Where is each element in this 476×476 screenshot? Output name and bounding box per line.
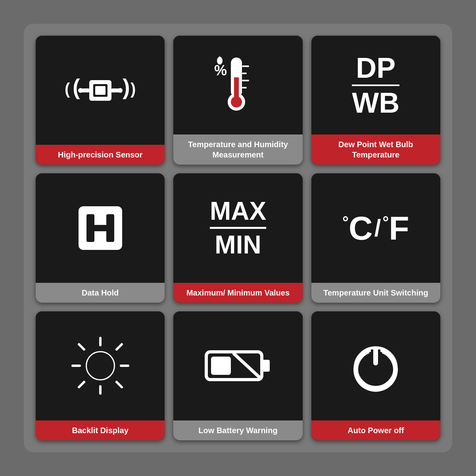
svg-text:(: ( bbox=[73, 74, 80, 99]
svg-rect-17 bbox=[242, 80, 249, 81]
svg-point-6 bbox=[118, 88, 123, 93]
feature-grid: ( ( ) ) High-pre bbox=[36, 36, 440, 440]
icon-area-maxmin: MAX MIN bbox=[173, 173, 302, 282]
card-temp-unit: ° C / ° F Temperature Unit Switching bbox=[311, 173, 440, 302]
hold-icon bbox=[73, 200, 128, 256]
label-temp-humidity: Temperature and Humidity Measurement bbox=[173, 134, 302, 165]
backlit-icon bbox=[69, 334, 132, 397]
svg-point-4 bbox=[78, 88, 83, 93]
card-high-precision-sensor: ( ( ) ) High-pre bbox=[36, 36, 165, 165]
icon-area-power bbox=[311, 311, 440, 420]
dpwb-text: DP WB bbox=[352, 54, 399, 117]
label-dew-point: Dew Point Wet Bulb Temperature bbox=[311, 134, 440, 165]
icon-area-cf: ° C / ° F bbox=[311, 173, 440, 282]
svg-line-33 bbox=[79, 382, 84, 387]
icon-area-backlit bbox=[36, 311, 165, 420]
icon-area-dpwb: DP WB bbox=[311, 36, 440, 134]
card-temp-humidity: % Temperature and Humidity Measurement bbox=[173, 36, 302, 165]
svg-rect-15 bbox=[242, 65, 249, 67]
svg-line-31 bbox=[117, 382, 122, 387]
outer-panel: ( ( ) ) High-pre bbox=[24, 24, 452, 452]
icon-area-battery bbox=[173, 311, 302, 420]
svg-rect-37 bbox=[262, 360, 270, 372]
maxmin-text: MAX MIN bbox=[210, 198, 266, 257]
svg-line-32 bbox=[117, 344, 122, 349]
card-max-min: MAX MIN Maximum/ Minimum Values bbox=[173, 173, 302, 302]
card-dew-point: DP WB Dew Point Wet Bulb Temperature bbox=[311, 36, 440, 165]
svg-rect-18 bbox=[242, 87, 247, 88]
icon-area-thermometer: % bbox=[173, 36, 302, 134]
power-icon bbox=[348, 336, 403, 395]
svg-text:%: % bbox=[214, 62, 227, 79]
label-data-hold: Data Hold bbox=[36, 283, 165, 303]
card-backlit: Backlit Display bbox=[36, 311, 165, 440]
card-auto-power: Auto Power off bbox=[311, 311, 440, 440]
label-backlit: Backlit Display bbox=[36, 420, 165, 440]
svg-text:): ) bbox=[131, 80, 136, 98]
svg-text:): ) bbox=[123, 74, 130, 99]
label-auto-power: Auto Power off bbox=[311, 420, 440, 440]
icon-area-hold bbox=[36, 173, 165, 282]
label-high-precision-sensor: High-precision Sensor bbox=[36, 145, 165, 165]
cf-icon: ° C / ° F bbox=[342, 211, 409, 245]
svg-rect-10 bbox=[95, 86, 106, 95]
svg-point-14 bbox=[231, 96, 242, 107]
svg-rect-25 bbox=[86, 225, 114, 231]
svg-rect-38 bbox=[211, 357, 231, 375]
label-temp-unit: Temperature Unit Switching bbox=[311, 283, 440, 303]
label-max-min: Maximum/ Minimum Values bbox=[173, 283, 302, 303]
thermometer-icon: % bbox=[206, 54, 270, 117]
svg-point-35 bbox=[87, 352, 114, 379]
card-data-hold: Data Hold bbox=[36, 173, 165, 302]
sensor-icon: ( ( ) ) bbox=[61, 63, 140, 118]
svg-line-39 bbox=[234, 354, 260, 378]
svg-rect-16 bbox=[242, 73, 247, 74]
svg-line-30 bbox=[79, 344, 84, 349]
icon-area-sensor: ( ( ) ) bbox=[36, 36, 165, 145]
card-low-battery: Low Battery Warning bbox=[173, 311, 302, 440]
svg-text:(: ( bbox=[65, 80, 70, 98]
battery-icon bbox=[202, 342, 274, 390]
label-low-battery: Low Battery Warning bbox=[173, 420, 302, 440]
